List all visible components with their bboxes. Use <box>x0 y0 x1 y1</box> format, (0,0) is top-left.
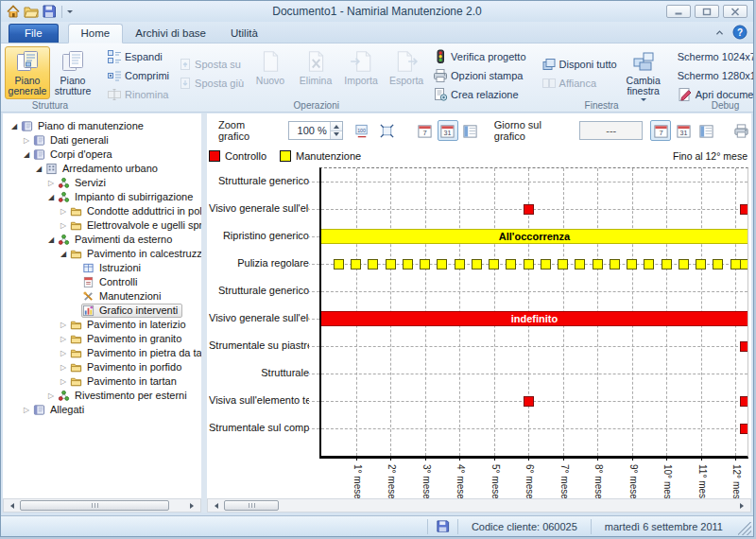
tree-item-label: Pavimento in tartan <box>86 375 180 388</box>
tree-item-pavimento-in-tartan[interactable]: ▷Pavimento in tartan <box>5 374 201 389</box>
tree-item-controlli[interactable]: Controlli <box>5 275 201 289</box>
chart-scale-cal-31-button[interactable]: 31 <box>438 120 458 141</box>
zoom-spinner[interactable]: 100 % <box>288 121 343 140</box>
expander-open-icon[interactable]: ◢ <box>58 250 69 258</box>
ribbon-group-debug: Schermo 1024x768Schermo 1280x1024Apri do… <box>672 44 754 112</box>
tree-item-pavimento-in-porfido[interactable]: ▷Pavimento in porfido <box>5 360 201 374</box>
tab-archivi-di-base[interactable]: Archivi di base <box>123 25 218 43</box>
chart-mark-manutenzione <box>472 259 482 270</box>
tree-item-piano-di-manutenzione[interactable]: ◢Piano di manutenzione <box>5 119 201 133</box>
tab-home[interactable]: Home <box>68 24 124 43</box>
piano-strutture-button[interactable]: Piano strutture <box>50 46 95 99</box>
expander-closed-icon[interactable]: ▷ <box>58 321 69 329</box>
expander-closed-icon[interactable]: ▷ <box>58 207 69 216</box>
window-controls <box>666 5 753 18</box>
folder-icon <box>70 219 84 232</box>
disponi-tutto-button[interactable]: Disponi tutto <box>538 55 621 74</box>
chart-day-cal-31-button[interactable]: 31 <box>673 120 694 141</box>
maximize-button[interactable] <box>695 5 719 18</box>
minimize-button[interactable] <box>666 5 691 18</box>
expander-open-icon[interactable]: ◢ <box>33 165 44 173</box>
opzioni-stampa-button[interactable]: Opzioni stampa <box>429 66 530 85</box>
expander-open-icon[interactable]: ◢ <box>45 193 57 201</box>
expander-closed-icon[interactable]: ▷ <box>58 335 69 343</box>
chart-scale-cal-7-button[interactable]: 7 <box>415 120 436 141</box>
piano-generale-button[interactable]: Piano generale <box>5 46 50 99</box>
tree-horizontal-scrollbar[interactable] <box>3 498 201 513</box>
tab-file[interactable]: File <box>9 24 59 43</box>
tree-item-servizi[interactable]: ▷Servizi <box>5 176 201 190</box>
book-icon <box>21 120 35 132</box>
expander-open-icon[interactable]: ◢ <box>21 150 32 159</box>
folder-icon <box>70 205 84 217</box>
schermo-1024x768-button[interactable]: Schermo 1024x768 <box>674 47 754 66</box>
chart-horizontal-scrollbar[interactable] <box>207 498 751 513</box>
expander-open-icon[interactable]: ◢ <box>45 235 57 244</box>
home-icon[interactable] <box>6 4 21 19</box>
crea-relazione-label: Crea relazione <box>451 89 519 100</box>
chart-scroll-thumb[interactable] <box>224 500 279 511</box>
expander-closed-icon[interactable]: ▷ <box>45 391 57 400</box>
tab-utilita[interactable]: Utilità <box>218 25 270 43</box>
tree-scroll-thumb[interactable] <box>20 500 169 511</box>
sposta-giu-label: Sposta giù <box>195 78 244 89</box>
svg-text:7: 7 <box>423 129 427 137</box>
save-icon[interactable] <box>42 4 57 19</box>
tree-item-istruzioni[interactable]: Istruzioni <box>5 261 201 275</box>
print-chart-button[interactable] <box>731 120 751 141</box>
qat-customize-arrow-icon[interactable] <box>67 10 73 16</box>
help-icon[interactable]: ? <box>732 25 747 40</box>
zoom-spin-down-icon[interactable] <box>331 130 342 140</box>
verifica-progetto-button[interactable]: Verifica progetto <box>429 47 530 66</box>
espandi-icon <box>107 49 122 64</box>
scroll-left-icon[interactable] <box>4 499 18 512</box>
comprimi-button[interactable]: Comprimi <box>103 66 173 85</box>
expander-open-icon[interactable]: ◢ <box>9 122 20 130</box>
scroll-right-icon[interactable] <box>736 499 750 512</box>
interventions-chart: All'occorrenzaindefinito1° mese2° mese3°… <box>207 113 751 513</box>
tree-item-pavimento-in-calcestruzzo[interactable]: ◢Pavimento in calcestruzzo <box>5 247 201 261</box>
chart-scale-cal-strip-button[interactable] <box>460 120 481 141</box>
day-on-chart-value[interactable]: --- <box>579 121 643 140</box>
expander-closed-icon[interactable]: ▷ <box>45 179 57 187</box>
tree-item-condotte-adduttrici-in-polietile[interactable]: ▷Condotte adduttrici in polietile <box>5 204 201 218</box>
schermo-1280x1024-button[interactable]: Schermo 1280x1024 <box>674 66 754 85</box>
tree-item-rivestimento-per-esterni[interactable]: ▷Rivestimento per esterni <box>5 389 201 403</box>
resize-grip[interactable] <box>738 522 751 535</box>
tree-item-pavimenti-da-esterno[interactable]: ◢Pavimenti da esterno <box>5 233 201 247</box>
collapse-ribbon-icon[interactable] <box>712 26 727 39</box>
tree-item-corpi-d-opera[interactable]: ◢Corpi d'opera <box>5 148 201 162</box>
expander-closed-icon[interactable]: ▷ <box>58 349 69 357</box>
tree-item-manutenzioni[interactable]: Manutenzioni <box>5 289 201 304</box>
expander-closed-icon[interactable]: ▷ <box>21 136 32 145</box>
scroll-left-icon[interactable] <box>208 499 222 512</box>
elimina-label: Elimina <box>300 76 332 86</box>
tree-item-grafico-interventi[interactable]: Grafico interventi <box>5 304 201 318</box>
tree-item-impianto-di-subirrigazione[interactable]: ◢Impianto di subirrigazione <box>5 190 201 204</box>
tree-item-elettrovalvole-e-ugelli-spruzzat[interactable]: ▷Elettrovalvole e ugelli spruzzat <box>5 218 201 233</box>
expander-closed-icon[interactable]: ▷ <box>58 377 69 386</box>
cambia-finestra-button[interactable]: Cambia finestra <box>621 46 666 107</box>
expander-closed-icon[interactable]: ▷ <box>58 363 69 372</box>
expander-closed-icon[interactable]: ▷ <box>21 406 32 414</box>
zoom-spin-up-icon[interactable] <box>331 122 342 130</box>
chart-day-cal-7-button[interactable]: 7 <box>650 120 671 141</box>
scroll-right-icon[interactable] <box>186 499 200 512</box>
tree-item-pavimento-in-granito[interactable]: ▷Pavimento in granito <box>5 332 201 346</box>
chart-day-cal-strip-button[interactable] <box>696 120 716 141</box>
tree-item-dati-generali[interactable]: ▷Dati generali <box>5 133 201 148</box>
chart-zoom-zoom-fit-button[interactable] <box>377 120 398 141</box>
expander-closed-icon[interactable]: ▷ <box>58 221 69 230</box>
tree-item-pavimento-in-laterizio[interactable]: ▷Pavimento in laterizio <box>5 318 201 332</box>
close-button[interactable] <box>723 5 747 18</box>
chart-zoom-zoom-100-button[interactable]: 100 <box>352 120 373 141</box>
verifica-progetto-label: Verifica progetto <box>451 51 526 62</box>
tree-item-pavimento-in-pietra-da-taglio[interactable]: ▷Pavimento in pietra da taglio <box>5 346 201 360</box>
tree-item-arredamento-urbano[interactable]: ◢Arredamento urbano <box>5 162 201 176</box>
svg-text:?: ? <box>737 27 743 38</box>
tree-item-allegati[interactable]: ▷Allegati <box>5 403 201 417</box>
espandi-button[interactable]: Espandi <box>103 47 173 66</box>
folder-icon <box>70 248 84 260</box>
tree-item-label: Pavimento in pietra da taglio <box>86 347 201 359</box>
open-folder-icon[interactable] <box>24 4 39 19</box>
